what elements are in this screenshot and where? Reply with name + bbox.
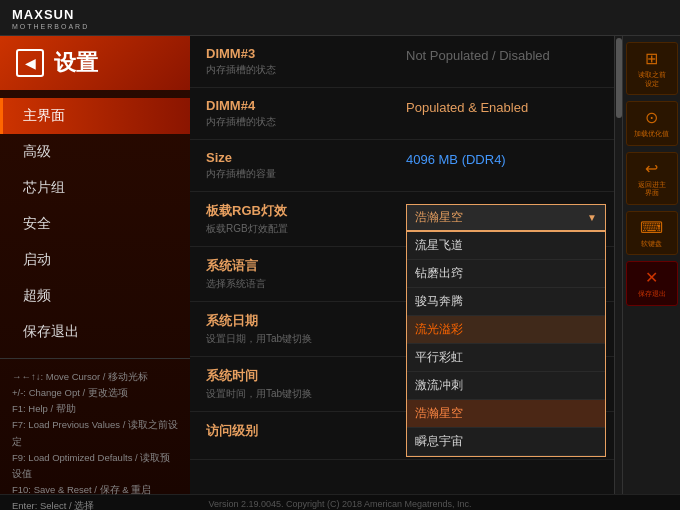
dropdown-arrow-icon: ▼ (587, 212, 597, 223)
table-row: Size 内存插槽的容量 4096 MB (DDR4) (190, 140, 614, 192)
rgb-dropdown-menu: 流星飞道 钻磨出窍 骏马奔腾 流光溢彩 平行彩虹 激流冲刺 浩瀚星空 瞬息宇宙 (406, 231, 606, 457)
sidebar-item-security[interactable]: 安全 (0, 206, 190, 242)
keyboard-icon: ⌨ (640, 218, 663, 237)
setting-label-access: 访问级别 (206, 422, 406, 442)
rgb-dropdown-trigger[interactable]: 浩瀚星空 ▼ (406, 204, 606, 231)
back-icon[interactable]: ◀ (16, 49, 44, 77)
setting-value-rgb[interactable]: 浩瀚星空 ▼ 流星飞道 钻磨出窍 骏马奔腾 流光溢彩 平行彩虹 激流冲刺 浩瀚星… (406, 202, 606, 231)
scrollbar-thumb[interactable] (616, 38, 622, 118)
sidebar-header: ◀ 设置 (0, 36, 190, 90)
sidebar-hints: →←↑↓: Move Cursor / 移动光标 +/-: Change Opt… (0, 358, 190, 510)
sidebar-item-main[interactable]: 主界面 (0, 98, 190, 134)
setting-label-date: 系统日期 设置日期，用Tab键切换 (206, 312, 406, 346)
return-main-button[interactable]: ↩ 返回进主界面 (626, 152, 678, 205)
save-exit-icon: ✕ (645, 268, 658, 287)
right-panel: ⊞ 读取之前设定 ⊙ 加载优化值 ↩ 返回进主界面 ⌨ 软键盘 ✕ 保存退出 (622, 36, 680, 494)
setting-value-dimm3: Not Populated / Disabled (406, 46, 598, 63)
setting-label-lang: 系统语言 选择系统语言 (206, 257, 406, 291)
hint-f9: F9: Load Optimized Defaults / 读取预设值 (12, 450, 178, 482)
return-label: 返回进主界面 (638, 181, 666, 198)
keyboard-button[interactable]: ⌨ 软键盘 (626, 211, 678, 256)
logo: MAXSUN MOTHERBOARD (12, 5, 89, 30)
table-row: DIMM#3 内存插槽的状态 Not Populated / Disabled (190, 36, 614, 88)
hint-f10: F10: Save & Reset / 保存 & 重启 (12, 482, 178, 498)
load-optimized-button[interactable]: ⊙ 加载优化值 (626, 101, 678, 146)
dropdown-item[interactable]: 激流冲刺 (407, 372, 605, 400)
sidebar-title: 设置 (54, 48, 98, 78)
setting-label-size: Size 内存插槽的容量 (206, 150, 406, 181)
load-previous-button[interactable]: ⊞ 读取之前设定 (626, 42, 678, 95)
save-exit-button[interactable]: ✕ 保存退出 (626, 261, 678, 306)
setting-value-size: 4096 MB (DDR4) (406, 150, 598, 167)
load-optimized-icon: ⊙ (645, 108, 658, 127)
sidebar-item-advanced[interactable]: 高级 (0, 134, 190, 170)
setting-value-dimm4: Populated & Enabled (406, 98, 598, 115)
center-content: DIMM#3 内存插槽的状态 Not Populated / Disabled … (190, 36, 614, 494)
save-exit-label: 保存退出 (638, 290, 666, 298)
rgb-dropdown[interactable]: 浩瀚星空 ▼ 流星飞道 钻磨出窍 骏马奔腾 流光溢彩 平行彩虹 激流冲刺 浩瀚星… (406, 204, 606, 231)
settings-table: DIMM#3 内存插槽的状态 Not Populated / Disabled … (190, 36, 614, 460)
hint-change: +/-: Change Opt / 更改选项 (12, 385, 178, 401)
scrollbar[interactable] (614, 36, 622, 494)
return-icon: ↩ (645, 159, 658, 178)
sidebar-item-save-exit[interactable]: 保存退出 (0, 314, 190, 350)
sidebar-item-chipset[interactable]: 芯片组 (0, 170, 190, 206)
sidebar-item-overclock[interactable]: 超频 (0, 278, 190, 314)
dropdown-item[interactable]: 流光溢彩 (407, 316, 605, 344)
setting-label-time: 系统时间 设置时间，用Tab键切换 (206, 367, 406, 401)
top-bar: MAXSUN MOTHERBOARD (0, 0, 680, 36)
dropdown-item[interactable]: 骏马奔腾 (407, 288, 605, 316)
version-text: Version 2.19.0045. Copyright (C) 2018 Am… (208, 499, 471, 509)
dropdown-item[interactable]: 平行彩虹 (407, 344, 605, 372)
dropdown-item[interactable]: 瞬息宇宙 (407, 428, 605, 456)
table-row: 板载RGB灯效 板载RGB灯效配置 浩瀚星空 ▼ 流星飞道 钻磨出窍 骏马奔腾 (190, 192, 614, 247)
load-previous-icon: ⊞ (645, 49, 658, 68)
dropdown-item[interactable]: 浩瀚星空 (407, 400, 605, 428)
hint-f7: F7: Load Previous Values / 读取之前设定 (12, 417, 178, 449)
hint-help: F1: Help / 帮助 (12, 401, 178, 417)
sidebar: ◀ 设置 主界面 高级 芯片组 安全 启动 超频 保存退出 →←↑↓: Move… (0, 36, 190, 494)
load-previous-label: 读取之前设定 (638, 71, 666, 88)
setting-label-dimm3: DIMM#3 内存插槽的状态 (206, 46, 406, 77)
sidebar-nav: 主界面 高级 芯片组 安全 启动 超频 保存退出 (0, 90, 190, 358)
setting-label-rgb: 板载RGB灯效 板载RGB灯效配置 (206, 202, 406, 236)
sidebar-item-boot[interactable]: 启动 (0, 242, 190, 278)
setting-label-dimm4: DIMM#4 内存插槽的状态 (206, 98, 406, 129)
keyboard-label: 软键盘 (641, 240, 662, 248)
hint-enter: Enter: Select / 选择 (12, 498, 178, 510)
dropdown-item[interactable]: 钻磨出窍 (407, 260, 605, 288)
table-row: DIMM#4 内存插槽的状态 Populated & Enabled (190, 88, 614, 140)
load-optimized-label: 加载优化值 (634, 130, 669, 138)
hint-move: →←↑↓: Move Cursor / 移动光标 (12, 369, 178, 385)
dropdown-item[interactable]: 流星飞道 (407, 232, 605, 260)
rgb-selected-value: 浩瀚星空 (415, 209, 463, 226)
